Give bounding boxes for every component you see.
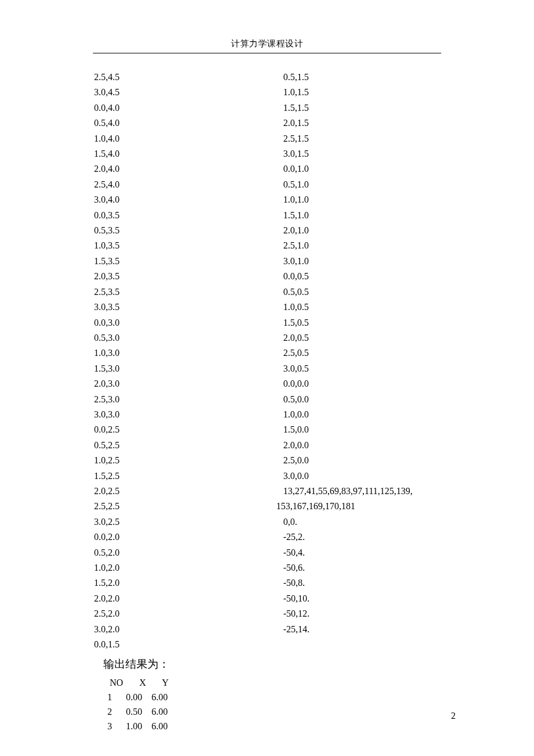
output-table-header: NO X Y [96, 675, 534, 690]
right-column-line: 2.0,1.5 [276, 116, 497, 131]
left-column-line: 2.5,3.0 [94, 392, 274, 407]
right-column-line: 2.0,0.0 [276, 438, 497, 453]
left-column-line: 0.5,4.0 [94, 116, 274, 131]
left-column-line: 0.0,3.5 [94, 208, 274, 223]
right-column-line: 0.5,1.5 [276, 70, 497, 85]
right-column-line: 1.0,0.0 [276, 407, 497, 422]
left-column-line: 3.0,4.5 [94, 85, 274, 100]
page-header-title: 计算力学课程设计 [0, 0, 534, 49]
left-column-line: 0.5,2.5 [94, 438, 274, 453]
right-column-tail-line: -50,6. [276, 560, 497, 575]
left-column-line: 0.0,2.5 [94, 422, 274, 437]
left-column-line: 3.0,2.0 [94, 622, 274, 637]
document-page: 计算力学课程设计 2.5,4.53.0,4.50.0,4.00.5,4.01.0… [0, 0, 534, 756]
page-number: 2 [451, 711, 456, 721]
right-column-line: 0.0,1.0 [276, 161, 497, 177]
left-column-line: 2.0,2.0 [94, 591, 274, 606]
right-column-line: 2.5,1.0 [276, 238, 497, 253]
right-column-line: 1.0,1.0 [276, 192, 497, 207]
right-column-line: 2.0,0.5 [276, 330, 497, 345]
left-column-line: 2.5,2.5 [94, 499, 274, 514]
right-column-line: 2.5,0.5 [276, 345, 497, 361]
left-column-line: 0.5,2.0 [94, 545, 274, 560]
content-area: 2.5,4.53.0,4.50.0,4.00.5,4.01.0,4.01.5,4… [0, 53, 534, 733]
left-column-line: 2.5,4.0 [94, 177, 274, 192]
right-column-tail-line: -25,2. [276, 530, 497, 545]
right-column-line: 2.5,0.0 [276, 453, 497, 468]
right-column-tail-line: 0,0. [276, 514, 497, 530]
right-column-tail-line: -50,8. [276, 575, 497, 591]
right-column-line: 1.0,1.5 [276, 85, 497, 100]
right-column-line: 0.5,0.5 [276, 285, 497, 300]
right-column-line: 1.5,1.0 [276, 208, 497, 223]
right-column-line: 2.0,1.0 [276, 223, 497, 238]
right-column-line: 3.0,1.0 [276, 254, 497, 269]
left-column-line: 1.0,3.5 [94, 238, 274, 253]
left-column-line: 3.0,3.5 [94, 300, 274, 315]
right-column-line: 2.5,1.5 [276, 131, 497, 146]
output-table: NO X Y 1 0.00 6.00 2 0.50 6.00 3 1.00 6.… [96, 675, 534, 733]
left-column: 2.5,4.53.0,4.50.0,4.00.5,4.01.0,4.01.5,4… [94, 70, 274, 652]
two-column-region: 2.5,4.53.0,4.50.0,4.00.5,4.01.0,4.01.5,4… [0, 70, 534, 652]
left-column-line: 0.0,3.0 [94, 315, 274, 330]
right-column-line: 3.0,1.5 [276, 146, 497, 161]
left-column-line: 1.5,4.0 [94, 146, 274, 161]
right-column-line: 1.5,1.5 [276, 100, 497, 116]
left-column-line: 2.0,3.0 [94, 376, 274, 391]
left-column-line: 1.5,2.5 [94, 469, 274, 484]
left-column-line: 0.5,3.5 [94, 223, 274, 238]
right-column-tail-line: -50,12. [276, 606, 497, 621]
right-column-line: 1.5,0.0 [276, 422, 497, 437]
right-column-tail-line: -50,10. [276, 591, 497, 606]
right-column-line: 3.0,0.0 [276, 469, 497, 484]
left-column-line: 0.0,1.5 [94, 637, 274, 652]
left-column-line: 1.0,2.5 [94, 453, 274, 468]
right-column-line: 3.0,0.5 [276, 361, 497, 376]
left-column-line: 1.0,2.0 [94, 560, 274, 575]
right-column-line: 0.5,1.0 [276, 177, 497, 192]
left-column-line: 0.5,3.0 [94, 330, 274, 345]
output-table-row: 3 1.00 6.00 [96, 719, 534, 733]
left-column-line: 3.0,2.5 [94, 514, 274, 530]
left-column-line: 2.5,2.0 [94, 606, 274, 621]
left-column-line: 1.0,4.0 [94, 131, 274, 146]
left-column-line: 2.0,3.5 [94, 269, 274, 284]
right-column-tail-line: -50,4. [276, 545, 497, 560]
right-column-tail-line: -25,14. [276, 622, 497, 637]
right-column-line: 0.0,0.5 [276, 269, 497, 284]
right-column-index-line-2: 153,167,169,170,181 [276, 499, 497, 514]
right-column-line: 1.0,0.5 [276, 300, 497, 315]
left-column-line: 1.0,3.0 [94, 345, 274, 361]
left-column-line: 2.5,4.5 [94, 70, 274, 85]
left-column-line: 0.0,4.0 [94, 100, 274, 116]
right-column: 0.5,1.5 1.0,1.5 1.5,1.5 2.0,1.5 2.5,1.5 … [276, 70, 497, 637]
right-column-line: 0.0,0.0 [276, 376, 497, 391]
output-table-row: 1 0.00 6.00 [96, 690, 534, 704]
left-column-line: 2.0,4.0 [94, 161, 274, 177]
left-column-line: 1.5,3.5 [94, 254, 274, 269]
left-column-line: 1.5,3.0 [94, 361, 274, 376]
left-column-line: 2.0,2.5 [94, 484, 274, 499]
left-column-line: 3.0,4.0 [94, 192, 274, 207]
left-column-line: 0.0,2.0 [94, 530, 274, 545]
output-table-row: 2 0.50 6.00 [96, 704, 534, 719]
left-column-line: 3.0,3.0 [94, 407, 274, 422]
right-column-index-line-1: 13,27,41,55,69,83,97,111,125,139, [276, 484, 497, 499]
right-column-line: 1.5,0.5 [276, 315, 497, 330]
output-heading: 输出结果为： [103, 657, 534, 672]
right-column-line: 0.5,0.0 [276, 392, 497, 407]
left-column-line: 2.5,3.5 [94, 285, 274, 300]
left-column-line: 1.5,2.0 [94, 575, 274, 591]
